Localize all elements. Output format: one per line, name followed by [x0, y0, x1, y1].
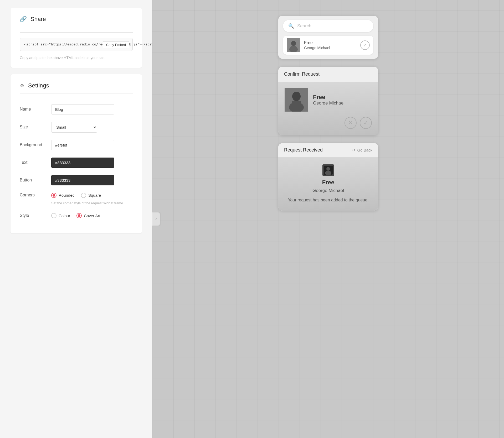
style-label: Style	[20, 213, 46, 218]
search-icon: 🔍	[288, 23, 294, 29]
text-field-row: Text	[20, 158, 133, 168]
corners-square-label: Square	[88, 193, 101, 197]
confirm-cancel-button[interactable]: ✕	[344, 117, 357, 129]
received-header: Request Received ↺ Go Back	[278, 143, 378, 157]
received-album-icon	[322, 164, 334, 176]
corners-rounded-option[interactable]: Rounded	[51, 193, 75, 198]
settings-section: ⚙ Settings Name Size Small Medium Large …	[11, 74, 142, 234]
received-body: Free George Michael Your request has bee…	[278, 157, 378, 211]
embed-box: <script src="https://embed.radio.co/requ…	[20, 38, 133, 51]
confirm-widget-preview: Confirm Request Free George Michael	[278, 67, 378, 135]
name-input[interactable]	[51, 104, 114, 114]
size-field-row: Size Small Medium Large	[20, 122, 133, 133]
search-placeholder-text: Search...	[297, 23, 368, 29]
chevron-left-icon: ‹	[155, 217, 157, 221]
settings-title: Settings	[28, 82, 49, 89]
svg-rect-7	[292, 101, 301, 107]
collapse-button[interactable]: ‹	[152, 212, 160, 226]
search-result-row[interactable]: Free George Michael ✓	[283, 36, 373, 55]
received-title: Request Received	[284, 147, 323, 153]
copy-embed-button[interactable]: Copy Embed	[103, 41, 129, 48]
svg-rect-3	[291, 46, 296, 49]
svg-point-5	[292, 92, 301, 101]
left-panel: 🔗 Share <script src="https://embed.radio…	[0, 0, 152, 438]
go-back-label: Go Back	[357, 148, 372, 152]
corners-radio-group: Rounded Square	[51, 193, 124, 198]
svg-point-9	[326, 167, 330, 171]
received-widget-preview: Request Received ↺ Go Back Free George M…	[278, 143, 378, 211]
confirm-row: Free George Michael	[285, 88, 372, 112]
name-label: Name	[20, 107, 46, 112]
style-colour-option[interactable]: Colour	[51, 213, 70, 218]
confirm-header: Confirm Request	[278, 67, 378, 82]
svg-point-1	[291, 41, 296, 46]
text-label: Text	[20, 160, 46, 165]
go-back-button[interactable]: ↺ Go Back	[352, 148, 372, 153]
confirm-song-artist: George Michael	[313, 101, 372, 106]
search-check-icon[interactable]: ✓	[360, 40, 370, 50]
gear-icon: ⚙	[20, 82, 24, 89]
background-label: Background	[20, 143, 46, 147]
button-field-row: Button	[20, 175, 133, 185]
confirm-album-art	[285, 88, 308, 112]
search-bar: 🔍 Search...	[283, 20, 373, 32]
search-song-info: Free George Michael	[304, 40, 357, 50]
settings-header: ⚙ Settings	[20, 82, 133, 93]
corners-square-radio[interactable]	[81, 193, 86, 198]
style-radio-group: Colour Cover Art	[51, 213, 100, 218]
link-icon: 🔗	[20, 16, 27, 23]
background-field-row: Background	[20, 140, 133, 150]
share-title: Share	[30, 16, 46, 23]
style-coverart-label: Cover Art	[84, 213, 100, 218]
corners-rounded-radio[interactable]	[51, 193, 56, 198]
style-field-row: Style Colour Cover Art	[20, 213, 133, 218]
search-widget-preview: 🔍 Search... Free George Michael ✓	[278, 16, 378, 59]
album-art-image	[287, 38, 300, 52]
style-colour-label: Colour	[59, 213, 70, 218]
received-message: Your request has been added to the queue…	[288, 197, 368, 203]
corners-label: Corners	[20, 193, 46, 197]
confirm-accept-button[interactable]: ✓	[360, 117, 372, 129]
corners-rounded-label: Rounded	[59, 193, 75, 197]
style-coverart-radio[interactable]	[76, 213, 82, 218]
confirm-song-info: Free George Michael	[313, 94, 372, 106]
style-coverart-option[interactable]: Cover Art	[76, 213, 100, 218]
size-select[interactable]: Small Medium Large	[51, 122, 97, 133]
confirm-body: Free George Michael ✕ ✓	[278, 82, 378, 135]
corners-square-option[interactable]: Square	[81, 193, 101, 198]
search-song-artist: George Michael	[304, 46, 357, 50]
share-section: 🔗 Share <script src="https://embed.radio…	[11, 8, 142, 68]
button-label: Button	[20, 178, 46, 182]
size-label: Size	[20, 125, 46, 129]
style-colour-radio[interactable]	[51, 213, 56, 218]
received-song-title: Free	[322, 179, 334, 186]
search-song-title: Free	[304, 40, 357, 45]
right-panel: ‹ 🔍 Search... Free George Michael	[152, 0, 504, 438]
corners-hint: Set the corner style of the request widg…	[51, 201, 124, 206]
corners-field-row: Corners Rounded Square Set the corner st…	[20, 193, 133, 206]
confirm-actions: ✕ ✓	[344, 117, 372, 129]
background-input[interactable]	[51, 140, 114, 150]
search-album-art	[287, 38, 300, 52]
text-color-input[interactable]	[51, 158, 114, 168]
embed-hint: Copy and paste the above HTML code into …	[20, 56, 133, 60]
received-song-artist: George Michael	[312, 188, 344, 193]
refresh-icon: ↺	[352, 148, 356, 153]
confirm-song-title: Free	[313, 94, 372, 101]
share-header: 🔗 Share	[20, 16, 133, 27]
button-color-input[interactable]	[51, 175, 114, 185]
name-field-row: Name	[20, 104, 133, 114]
